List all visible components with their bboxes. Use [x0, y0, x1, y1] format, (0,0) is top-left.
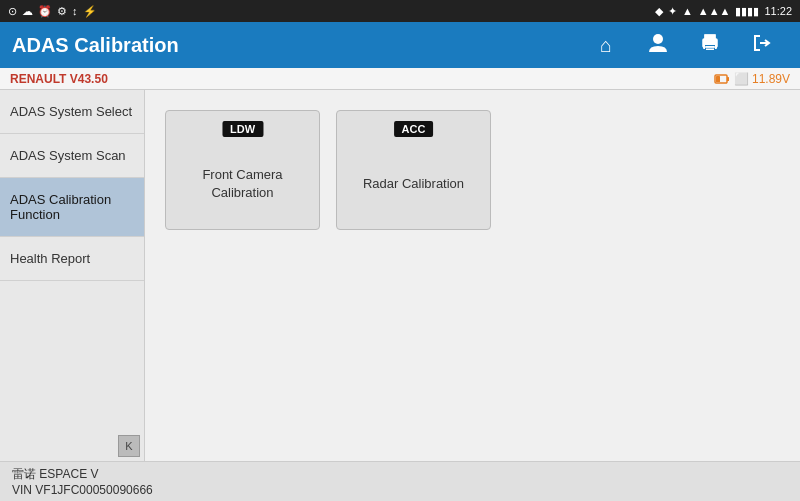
location-icon: ◆ [655, 5, 663, 18]
sidebar: ADAS System Select ADAS System Scan ADAS… [0, 90, 145, 461]
info-bar: 雷诺 ESPACE V VIN VF1JFC00050090666 [0, 461, 800, 501]
status-icon-1: ⊙ [8, 5, 17, 18]
profile-button[interactable] [632, 22, 684, 68]
status-icon-2: ☁ [22, 5, 33, 18]
acc-card-label: Radar Calibration [363, 175, 464, 193]
exit-icon [751, 32, 773, 59]
profile-icon [647, 32, 669, 59]
print-button[interactable] [684, 22, 736, 68]
header-actions: ⌂ [580, 22, 788, 68]
svg-rect-11 [727, 77, 729, 81]
status-left-icons: ⊙ ☁ ⏰ ⚙ ↕ ⚡ [8, 5, 97, 18]
battery-icon: ▮▮▮▮ [735, 5, 759, 18]
status-bar: ⊙ ☁ ⏰ ⚙ ↕ ⚡ ◆ ✦ ▲ ▲▲▲ ▮▮▮▮ 11:22 [0, 0, 800, 22]
status-icon-4: ⚙ [57, 5, 67, 18]
status-icon-6: ⚡ [83, 5, 97, 18]
version-label: RENAULT V43.50 [10, 72, 108, 86]
status-icon-5: ↕ [72, 5, 78, 17]
vehicle-name: 雷诺 ESPACE V [12, 466, 788, 483]
main-area: ADAS System Select ADAS System Scan ADAS… [0, 90, 800, 461]
svg-rect-12 [716, 76, 720, 82]
sidebar-collapse-button[interactable]: K [118, 435, 140, 457]
status-right-icons: ◆ ✦ ▲ ▲▲▲ ▮▮▮▮ 11:22 [655, 5, 792, 18]
sidebar-item-health-report[interactable]: Health Report [0, 237, 144, 281]
sidebar-spacer [0, 281, 144, 431]
home-icon: ⌂ [600, 34, 612, 57]
battery-icon [714, 73, 730, 85]
vin-number: VIN VF1JFC00050090666 [12, 483, 788, 497]
acc-calibration-card[interactable]: ACC Radar Calibration [336, 110, 491, 230]
home-button[interactable]: ⌂ [580, 22, 632, 68]
bluetooth-icon: ✦ [668, 5, 677, 18]
signal-icon: ▲▲▲ [698, 5, 731, 17]
status-icon-3: ⏰ [38, 5, 52, 18]
sidebar-item-calibration-function[interactable]: ADAS Calibration Function [0, 178, 144, 237]
clock: 11:22 [764, 5, 792, 17]
wifi-icon: ▲ [682, 5, 693, 17]
svg-point-0 [653, 34, 663, 44]
svg-rect-8 [706, 48, 714, 50]
sidebar-item-system-scan[interactable]: ADAS System Scan [0, 134, 144, 178]
content-area: LDW Front CameraCalibration ACC Radar Ca… [145, 90, 800, 461]
print-icon [699, 32, 721, 59]
acc-badge: ACC [394, 121, 434, 137]
svg-rect-7 [706, 46, 714, 48]
sidebar-item-system-select[interactable]: ADAS System Select [0, 90, 144, 134]
sub-header: RENAULT V43.50 ⬜ 11.89V [0, 68, 800, 90]
page-title: ADAS Calibration [12, 34, 179, 57]
voltage-label: ⬜ 11.89V [714, 72, 790, 86]
ldw-badge: LDW [222, 121, 263, 137]
exit-button[interactable] [736, 22, 788, 68]
ldw-calibration-card[interactable]: LDW Front CameraCalibration [165, 110, 320, 230]
ldw-card-label: Front CameraCalibration [202, 166, 282, 202]
header: ADAS Calibration ⌂ [0, 22, 800, 68]
